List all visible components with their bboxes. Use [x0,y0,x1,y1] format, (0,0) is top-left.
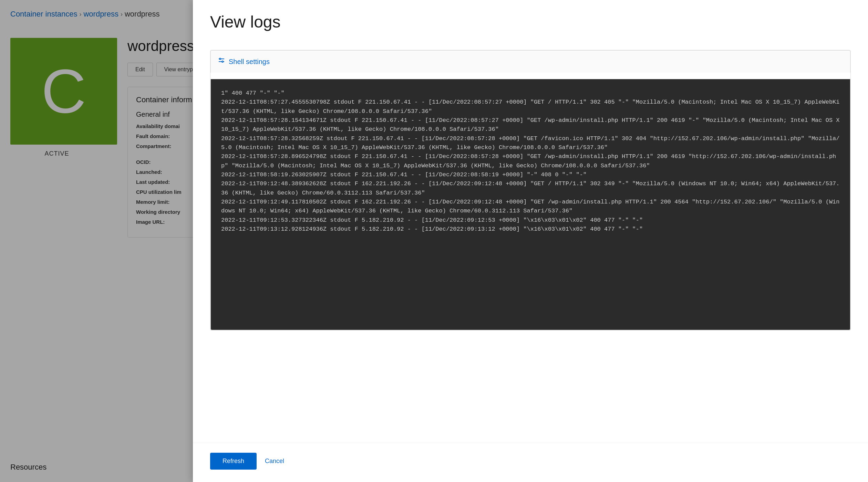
shell-settings-bar: Shell settings [210,50,850,73]
svg-point-1 [219,58,221,60]
cancel-button[interactable]: Cancel [265,458,284,465]
log-content: 1" 400 477 "-" "-" 2022-12-11T08:57:27.4… [210,79,850,330]
shell-settings-icon [218,57,225,66]
svg-point-3 [222,61,223,62]
shell-settings-link[interactable]: Shell settings [229,58,270,66]
modal-footer: Refresh Cancel [193,443,868,482]
modal-body: Shell settings 1" 400 477 "-" "-" 2022-1… [193,40,868,443]
view-logs-modal: View logs Shell settings 1" 400 477 "-" … [193,0,868,482]
modal-header: View logs [193,0,868,40]
refresh-button[interactable]: Refresh [210,453,257,470]
modal-title: View logs [210,12,851,31]
